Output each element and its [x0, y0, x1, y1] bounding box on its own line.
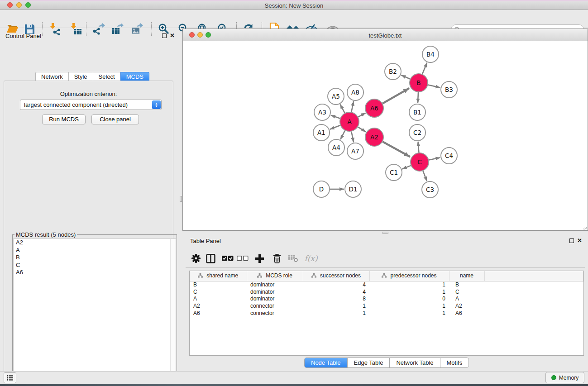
graph-node-label: A1 [317, 129, 325, 136]
function-builder-icon[interactable]: f(x) [304, 252, 318, 265]
cell-name: B [449, 281, 484, 288]
graph-edge-B-B4[interactable] [422, 62, 427, 74]
graph-edge-B-B2[interactable] [401, 75, 410, 79]
graph-node-label: D1 [349, 186, 358, 193]
table-row[interactable]: A2connector11A2 [190, 302, 583, 310]
cell-name: A6 [449, 310, 484, 317]
fx-label: f(x) [304, 254, 317, 263]
delete-icon[interactable] [270, 252, 284, 265]
network-window-titlebar[interactable]: testGlobe.txt [183, 29, 588, 41]
resize-grip-icon[interactable] [582, 224, 587, 230]
graph-edge-C-C2[interactable] [418, 142, 419, 152]
column-header-MCDS-role[interactable]: MCDS role [247, 271, 303, 281]
tab-style[interactable]: Style [68, 72, 93, 81]
optimization-criterion-label: Optimization criterion: [4, 91, 173, 97]
close-panel-icon[interactable]: ✕ [577, 238, 582, 243]
app-titlebar: Session: New Session [0, 0, 588, 10]
tab-network-table[interactable]: Network Table [390, 358, 440, 367]
graph-edge-C-C4[interactable] [429, 157, 440, 160]
graph-edge-B-B3[interactable] [428, 85, 440, 88]
graph-edge-A-A4[interactable] [340, 131, 345, 140]
gear-icon[interactable] [189, 252, 203, 265]
mcds-result-item[interactable]: C [14, 262, 176, 269]
graph-node-label: A3 [318, 109, 326, 116]
graph-edge-B-B1[interactable] [418, 92, 418, 103]
table-row[interactable]: Cdominator41C [190, 288, 583, 295]
mcds-result-item[interactable]: A6 [14, 269, 176, 276]
mcds-result-item[interactable]: A2 [14, 239, 176, 247]
graph-node-label: B1 [413, 109, 421, 116]
column-header-predecessor-nodes[interactable]: predecessor nodes [369, 271, 449, 281]
graph-edge-A-A5[interactable] [340, 105, 344, 113]
graph-edge-A2-C[interactable] [382, 142, 410, 157]
horizontal-splitter-handle[interactable] [382, 232, 388, 234]
scrollbar[interactable] [170, 239, 176, 386]
graph-edge-A-A8[interactable] [351, 101, 354, 112]
graph-node-label: A6 [370, 105, 378, 112]
add-icon[interactable] [253, 252, 266, 265]
cell-shared-name: B [190, 281, 247, 288]
mcds-result-item[interactable]: B [14, 254, 176, 262]
graph-edge-A6-B[interactable] [382, 88, 409, 104]
mcds-tab-content: Optimization criterion: largest connecte… [4, 81, 173, 386]
table-row[interactable]: Bdominator41B [190, 281, 583, 288]
column-header-name[interactable]: name [449, 271, 484, 281]
node-table[interactable]: shared nameMCDS rolesuccessor nodesprede… [189, 271, 584, 356]
graph-node-label: A7 [351, 148, 359, 155]
mcds-result-item[interactable]: A [14, 247, 176, 254]
delete-table-icon[interactable] [287, 252, 300, 265]
vertical-splitter-handle[interactable] [180, 196, 182, 202]
control-panel: Control Panel ✕ NetworkStyleSelectMCDS O… [0, 28, 177, 371]
table-row[interactable]: Adominator80A [190, 295, 583, 302]
memory-button[interactable]: Memory [545, 372, 584, 383]
tab-motifs[interactable]: Motifs [440, 358, 469, 367]
cell-predecessor-nodes: 0 [369, 295, 449, 302]
table-header-row[interactable]: shared nameMCDS rolesuccessor nodesprede… [190, 271, 583, 281]
column-header-shared-name[interactable]: shared name [190, 271, 247, 281]
graph-node-label: B2 [389, 68, 397, 75]
main-toolbar [0, 10, 588, 28]
cell-successor-nodes: 4 [303, 281, 369, 288]
graph-edge-A-A7[interactable] [351, 132, 354, 143]
graph-edge-A-A6[interactable] [358, 113, 365, 117]
tab-edge-table[interactable]: Edge Table [348, 358, 390, 367]
cell-name: C [449, 288, 484, 295]
criterion-select[interactable]: largest connected component (directed) ▲… [20, 100, 162, 110]
float-panel-icon[interactable] [162, 33, 167, 38]
app-title: Session: New Session [0, 2, 588, 9]
desktop-edge [0, 0, 588, 1]
graph-node-label: A [347, 118, 352, 125]
graph-node-label: C1 [390, 169, 398, 176]
cell-shared-name: A6 [190, 310, 247, 317]
close-panel-icon[interactable]: ✕ [170, 33, 175, 38]
tab-network[interactable]: Network [35, 72, 68, 81]
graph-edge-A-A2[interactable] [358, 127, 366, 132]
graph-node-label: A5 [332, 93, 340, 100]
graph-edge-C-C3[interactable] [423, 171, 427, 181]
deselect-all-icon[interactable] [236, 252, 249, 265]
tab-mcds[interactable]: MCDS [120, 72, 149, 81]
columns-icon[interactable] [204, 252, 217, 265]
graph-node-label: D [319, 186, 324, 193]
mcds-result-list[interactable]: A2ABCA6 [13, 238, 176, 386]
criterion-value: largest connected component (directed) [24, 101, 128, 108]
cell-shared-name: C [190, 288, 247, 295]
graph-edge-A-A1[interactable] [330, 125, 340, 129]
run-mcds-button[interactable]: Run MCDS [42, 114, 86, 124]
graph-node-label: C [417, 158, 421, 166]
graph-edge-C-C1[interactable] [402, 166, 411, 169]
graph-edge-A-A3[interactable] [331, 115, 340, 119]
select-all-icon[interactable] [221, 252, 234, 265]
column-header-successor-nodes[interactable]: successor nodes [303, 271, 369, 281]
float-panel-icon[interactable] [569, 238, 574, 243]
network-canvas[interactable]: AA1A2A3A4A5A6A7A8BB1B2B3B4CC1C2C3C4DD1 [183, 41, 588, 230]
network-view-window: testGlobe.txt AA1A2A3A4A5A6A7A8BB1B2B3B4… [182, 29, 588, 231]
cell-successor-nodes: 4 [303, 288, 369, 295]
tab-node-table[interactable]: Node Table [305, 358, 348, 367]
task-history-button[interactable] [4, 372, 16, 383]
cell-predecessor-nodes: 1 [369, 302, 449, 310]
close-panel-button[interactable]: Close panel [91, 114, 139, 124]
table-row[interactable]: A6connector11A6 [190, 310, 583, 317]
tab-select[interactable]: Select [93, 72, 120, 81]
graph-node-label: A4 [332, 144, 340, 151]
